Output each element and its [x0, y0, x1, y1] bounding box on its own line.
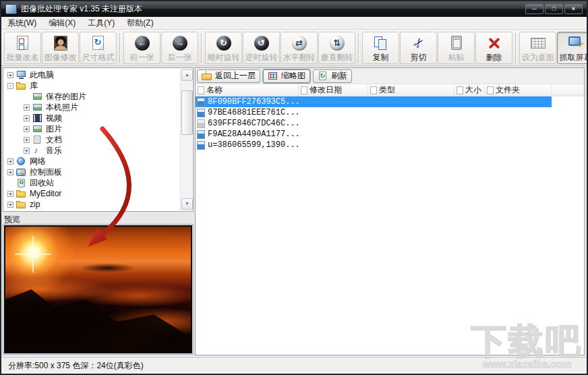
toolbar-button[interactable]: 删除	[475, 32, 512, 64]
column-header-page-icon	[370, 86, 377, 94]
toolbar-button[interactable]: 抓取屏幕	[557, 32, 588, 64]
639FFF846C7DC46C...-button[interactable]: 639FFF846C7DC46C...	[196, 118, 552, 129]
main-toolbar: 批量改名 图像修改 尺寸格式 前一张 后一张 顺时旋转 逆时旋转	[1, 30, 587, 66]
tree-expander[interactable]: +	[7, 158, 13, 165]
menu-item[interactable]: 编辑(X)	[42, 17, 82, 29]
u=386065599,1390...-button[interactable]: u=386065599,1390...	[196, 140, 552, 150]
file-name: 639FFF846C7DC46C...	[208, 119, 300, 128]
file-toolbar-button-label: 返回上一层	[215, 70, 256, 82]
tree-item[interactable]: + 文档	[5, 134, 179, 145]
toolbar-button[interactable]: 水平翻转	[281, 32, 318, 64]
folder-icon	[16, 200, 27, 209]
tree-item[interactable]: + 网络	[5, 156, 179, 167]
toolbar-button[interactable]: 逆时旋转	[243, 32, 280, 64]
tree-item[interactable]: 保存的图片	[5, 91, 179, 102]
column-header[interactable]: 文件夹	[485, 84, 552, 96]
column-header-label: 名称	[206, 84, 223, 96]
minimize-button[interactable]: ─	[525, 4, 543, 14]
toolbar-button[interactable]: 批量改名	[4, 32, 41, 64]
toolbar-button[interactable]: 图像修改	[42, 32, 79, 64]
app-icon	[5, 4, 17, 14]
tree-expander[interactable]: +	[24, 126, 30, 132]
toolbar-button[interactable]: 剪切	[400, 32, 437, 64]
tree-item[interactable]: + 控制面板	[5, 167, 179, 177]
menu-item[interactable]: 帮助(Z)	[121, 17, 159, 29]
toolbar-button[interactable]: 顺时旋转	[205, 32, 242, 64]
tree-expander[interactable]: +	[24, 148, 30, 154]
tree-item-label: 此电脑	[30, 69, 54, 81]
folder-tree-panel: + 此电脑 - 库 保存的图片 + 本机照片	[3, 67, 194, 212]
tree-expander[interactable]: +	[7, 72, 13, 78]
cut-icon	[408, 34, 430, 53]
portrait-icon	[50, 34, 71, 53]
column-header-label: 修改日期	[310, 84, 342, 96]
tree-item-label: 视频	[46, 113, 62, 124]
toolbar-separator	[201, 33, 202, 63]
tree-expander[interactable]: +	[7, 191, 13, 197]
column-header[interactable]: 修改日期	[299, 84, 368, 96]
file-list-header: 名称 修改日期 类型 大小 文件夹	[196, 84, 584, 96]
tree-scrollbar[interactable]: ▲ ▼	[180, 69, 192, 210]
menu-item[interactable]: 工具(Y)	[82, 17, 121, 29]
next-icon	[169, 34, 191, 53]
toolbar-button-label: 水平翻转	[283, 53, 316, 63]
column-header[interactable]: 大小	[454, 84, 485, 96]
refresh-icon	[318, 71, 328, 80]
title-bar: 图像批处理专家 v1.35 未注册版本 ─□×	[1, 1, 587, 17]
toolbar-button[interactable]: 垂直翻转	[318, 32, 355, 64]
library-icon	[16, 82, 27, 90]
toolbar-button-label: 后一张	[168, 53, 192, 63]
flip-h-icon	[289, 34, 310, 53]
97BE46881EEE761C...-button[interactable]: 97BE46881EEE761C...	[196, 107, 552, 118]
tree-item[interactable]: + 图片	[5, 123, 179, 134]
tree-item-label: 图片	[46, 123, 62, 135]
tree-item[interactable]: + 此电脑	[5, 69, 179, 80]
file-toolbar-button[interactable]: 返回上一层	[197, 69, 260, 83]
window-title: 图像批处理专家 v1.35 未注册版本	[21, 3, 521, 15]
image-file-icon	[197, 109, 205, 117]
tree-expander[interactable]: +	[24, 105, 30, 111]
tree-expander[interactable]: +	[24, 115, 30, 121]
toolbar-button[interactable]: 后一张	[161, 32, 198, 64]
tree-item[interactable]: + MyEditor	[5, 188, 179, 199]
column-header[interactable]: 名称	[196, 84, 299, 96]
image-file-icon	[197, 130, 205, 139]
column-header[interactable]: 类型	[368, 84, 454, 96]
toolbar-button-label: 设为桌面	[522, 53, 554, 63]
tree-item[interactable]: + 本机照片	[5, 102, 179, 113]
toolbar-button[interactable]: 设为桌面	[519, 32, 556, 64]
folder-icon	[16, 190, 27, 198]
tree-item[interactable]: - 库	[5, 80, 179, 91]
menu-item[interactable]: 系统(W)	[1, 17, 42, 29]
scroll-down-arrow-icon[interactable]: ▼	[181, 198, 193, 210]
tree-item[interactable]: 回收站	[5, 177, 179, 188]
toolbar-button-label: 批量改名	[7, 53, 39, 63]
toolbar-button[interactable]: 复制	[362, 32, 399, 64]
file-toolbar-button[interactable]: 缩略图	[263, 69, 310, 83]
toolbar-button[interactable]: 尺寸格式	[80, 32, 117, 64]
tree-item[interactable]: + 音乐	[5, 145, 179, 156]
tree-expander[interactable]: +	[24, 137, 30, 143]
F9AE28A4490A1177...-button[interactable]: F9AE28A4490A1177...	[196, 129, 552, 140]
file-toolbar-button[interactable]: 刷新	[313, 69, 352, 83]
scrollbar-thumb[interactable]	[181, 90, 193, 135]
column-header-label: 类型	[379, 84, 395, 96]
tree-expander[interactable]: -	[7, 83, 13, 89]
scroll-up-arrow-icon[interactable]: ▲	[181, 69, 193, 81]
capture-icon	[565, 34, 587, 53]
image-file-icon	[197, 141, 205, 150]
8F090BFF276393C5...-button[interactable]: 8F090BFF276393C5...	[196, 96, 552, 107]
tree-expander[interactable]: +	[7, 169, 13, 175]
tree-expander[interactable]: +	[7, 202, 13, 208]
tree-item[interactable]: + zip	[5, 199, 179, 210]
tree-item[interactable]: + 视频	[5, 113, 179, 123]
column-header-page-icon	[198, 86, 204, 94]
toolbar-button[interactable]: 粘贴	[438, 32, 475, 64]
preview-frame	[3, 224, 194, 355]
rename-icon	[12, 34, 34, 53]
column-header-page-icon	[487, 86, 494, 94]
toolbar-button[interactable]: 前一张	[123, 32, 160, 64]
maximize-button[interactable]: □	[545, 4, 563, 14]
close-button[interactable]: ×	[564, 4, 583, 14]
toolbar-button-label: 逆时旋转	[245, 53, 278, 63]
